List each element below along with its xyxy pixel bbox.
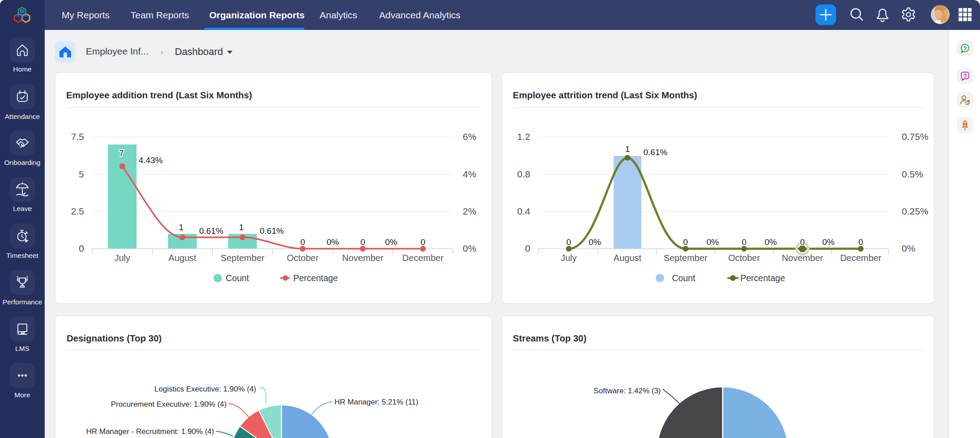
svg-text:0.4: 0.4 (517, 206, 531, 216)
svg-text:0.5%: 0.5% (902, 169, 923, 179)
svg-text:Percentage: Percentage (293, 273, 338, 283)
svg-text:Count: Count (226, 273, 249, 283)
svg-text:0: 0 (683, 237, 688, 247)
svg-text:0.8: 0.8 (517, 169, 530, 179)
svg-text:0.25%: 0.25% (902, 206, 929, 216)
svg-text:1: 1 (239, 223, 244, 232)
svg-text:Performance: Performance (3, 298, 42, 306)
svg-text:0%: 0% (385, 237, 397, 247)
svg-text:5: 5 (79, 169, 84, 179)
svg-text:0.61%: 0.61% (260, 226, 284, 236)
svg-text:Percentage: Percentage (740, 273, 785, 283)
svg-text:August: August (613, 253, 642, 263)
svg-text:0: 0 (421, 237, 426, 247)
svg-text:Onboarding: Onboarding (4, 159, 40, 166)
svg-text:0.61%: 0.61% (199, 226, 224, 236)
svg-text:0: 0 (360, 237, 365, 247)
svg-text:0: 0 (79, 243, 84, 253)
svg-text:2%: 2% (463, 206, 476, 216)
svg-text:0%: 0% (706, 237, 719, 247)
svg-text:0: 0 (300, 237, 305, 247)
svg-text:September: September (221, 253, 265, 263)
svg-text:6%: 6% (463, 131, 476, 142)
svg-text:4.43%: 4.43% (139, 156, 163, 165)
svg-text:Attendance: Attendance (5, 113, 40, 120)
svg-text:October: October (287, 253, 318, 263)
svg-text:0.61%: 0.61% (643, 147, 667, 157)
svg-text:Count: Count (672, 273, 696, 283)
svg-text:September: September (663, 253, 707, 263)
svg-text:2.5: 2.5 (71, 206, 84, 216)
svg-text:0%: 0% (589, 237, 601, 247)
svg-text:November: November (342, 253, 384, 263)
svg-text:7: 7 (119, 148, 124, 158)
svg-text:1: 1 (625, 144, 630, 154)
svg-text:4%: 4% (463, 169, 476, 179)
svg-text:0: 0 (858, 237, 863, 247)
svg-text:0%: 0% (822, 237, 835, 247)
svg-text:?: ? (963, 45, 967, 52)
svg-text:Home: Home (13, 65, 31, 73)
svg-text:?: ? (963, 72, 967, 79)
svg-text:Software: 1.42% (3): Software: 1.42% (3) (594, 387, 661, 395)
svg-text:0%: 0% (327, 237, 339, 247)
svg-text:Procurement Executive: 1.90% (: Procurement Executive: 1.90% (4) (111, 400, 227, 409)
svg-text:August: August (169, 253, 197, 263)
svg-text:October: October (728, 253, 760, 263)
svg-text:0.75%: 0.75% (902, 131, 929, 142)
svg-text:December: December (402, 253, 444, 263)
svg-text:Employee addition trend (Last: Employee addition trend (Last Six Months… (66, 90, 252, 100)
svg-text:Designations (Top 30): Designations (Top 30) (67, 333, 162, 343)
svg-text:Leave: Leave (13, 205, 32, 212)
svg-text:0%: 0% (463, 243, 476, 253)
svg-text:Timesheet: Timesheet (6, 252, 38, 259)
svg-text:7.5: 7.5 (71, 131, 84, 142)
svg-text:0: 0 (742, 237, 747, 247)
svg-text:0: 0 (525, 243, 530, 253)
svg-text:Employee attrition trend (Last: Employee attrition trend (Last Six Month… (513, 90, 697, 100)
svg-text:0: 0 (566, 237, 571, 247)
svg-text:December: December (840, 253, 882, 263)
svg-text:Logistics Executive: 1.90% (4): Logistics Executive: 1.90% (4) (154, 385, 256, 393)
svg-text:1: 1 (179, 223, 184, 232)
svg-text:0%: 0% (902, 243, 915, 253)
svg-text:July: July (114, 253, 131, 263)
svg-text:Streams (Top 30): Streams (Top 30) (513, 333, 587, 343)
svg-text:LMS: LMS (15, 345, 30, 352)
svg-text:1.2: 1.2 (517, 131, 530, 142)
svg-text:HR Manager: 5.21% (11): HR Manager: 5.21% (11) (334, 398, 418, 406)
svg-text:HR Manager - Recruitment: 1.90: HR Manager - Recruitment: 1.90% (4) (86, 427, 214, 436)
svg-text:July: July (561, 253, 577, 263)
svg-text:More: More (14, 391, 30, 399)
svg-text:0%: 0% (765, 237, 777, 247)
svg-text:0: 0 (800, 237, 805, 247)
